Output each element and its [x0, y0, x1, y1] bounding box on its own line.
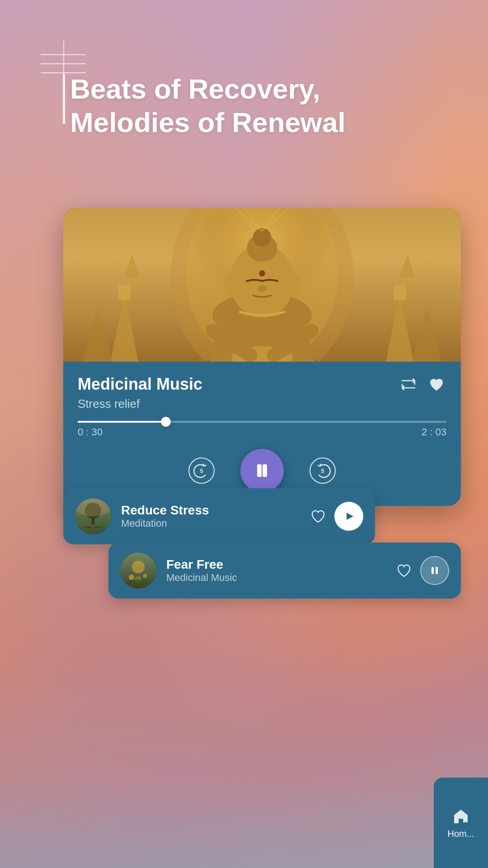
svg-point-46 [125, 580, 152, 587]
fear-free-avatar [120, 552, 156, 589]
svg-marker-40 [347, 513, 353, 520]
progress-container[interactable]: 0 : 30 2 : 03 [78, 421, 446, 438]
forward-button[interactable]: 5 [306, 454, 339, 487]
reduce-stress-heart[interactable] [309, 507, 327, 525]
fear-free-heart[interactable] [395, 561, 413, 580]
svg-point-21 [224, 273, 236, 297]
fear-free-subtitle: Medicinal Music [166, 572, 385, 584]
svg-rect-3 [118, 285, 131, 300]
main-player-card: Medicinal Music [63, 208, 461, 506]
reduce-stress-title: Reduce Stress [121, 503, 299, 518]
svg-point-19 [258, 286, 267, 292]
progress-track[interactable] [78, 421, 446, 423]
accent-bar [63, 74, 65, 124]
total-time: 2 : 03 [422, 426, 446, 438]
player-title: Medicinal Music [78, 375, 202, 394]
reduce-stress-play[interactable] [334, 502, 363, 531]
svg-point-45 [143, 574, 147, 578]
album-art [63, 208, 461, 362]
player-info: Medicinal Music [63, 362, 461, 506]
bottom-nav-hint: Hom... [434, 778, 488, 868]
current-time: 0 : 30 [78, 426, 103, 438]
svg-point-22 [288, 273, 300, 297]
player-subtitle: Stress relief [78, 397, 446, 411]
repeat-button[interactable] [399, 374, 418, 394]
progress-thumb [161, 417, 171, 427]
svg-point-20 [259, 270, 265, 277]
mini-card-reduce-stress: Reduce Stress Meditation [63, 488, 375, 544]
reduce-stress-avatar [75, 498, 111, 534]
home-label: Hom... [448, 829, 474, 839]
svg-text:5: 5 [200, 467, 203, 474]
reduce-stress-subtitle: Meditation [121, 518, 299, 529]
svg-text:5: 5 [321, 467, 324, 474]
svg-rect-7 [394, 285, 406, 300]
svg-rect-30 [257, 464, 262, 477]
reduce-stress-actions [309, 502, 363, 531]
svg-rect-47 [432, 567, 434, 574]
favorite-button[interactable] [427, 374, 446, 394]
pause-button[interactable] [240, 449, 284, 492]
hero-section: Beats of Recovery, Melodies of Renewal [70, 72, 461, 140]
svg-point-42 [132, 561, 145, 573]
mini-card-fear-free: Fear Free Medicinal Music [108, 542, 461, 599]
fear-free-text: Fear Free Medicinal Music [166, 557, 385, 584]
fear-free-title: Fear Free [166, 557, 385, 572]
svg-rect-39 [75, 498, 111, 516]
svg-rect-48 [436, 567, 438, 574]
rewind-button[interactable]: 5 [185, 454, 218, 487]
fear-free-actions [395, 556, 449, 585]
reduce-stress-text: Reduce Stress Meditation [121, 503, 299, 529]
fear-free-pause[interactable] [420, 556, 449, 585]
progress-fill [78, 421, 166, 423]
svg-rect-31 [263, 464, 267, 477]
svg-point-43 [129, 575, 134, 580]
hero-tagline: Beats of Recovery, Melodies of Renewal [70, 72, 461, 140]
